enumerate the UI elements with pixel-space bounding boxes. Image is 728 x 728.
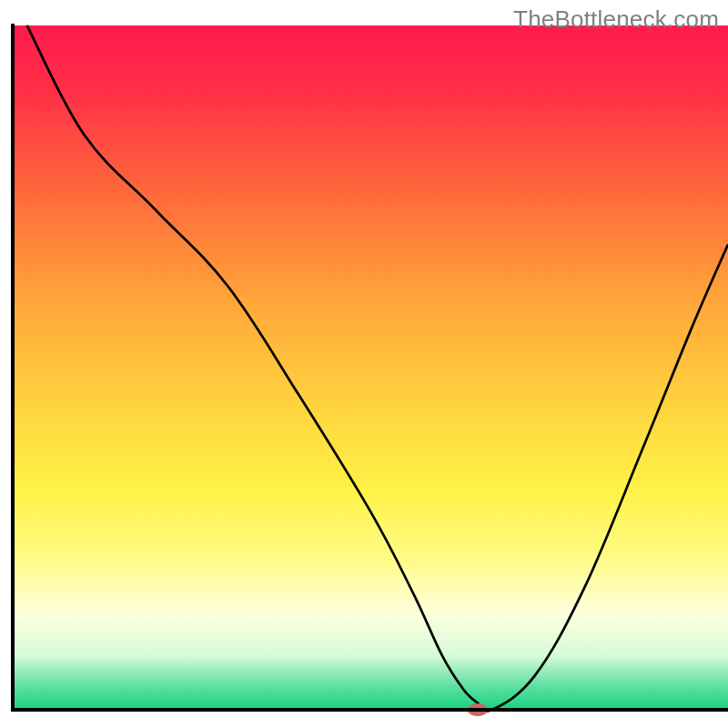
bottleneck-chart [0,0,728,728]
plot-background [13,25,728,710]
chart-container: TheBottleneck.com [0,0,728,728]
watermark-text: TheBottleneck.com [513,5,719,34]
